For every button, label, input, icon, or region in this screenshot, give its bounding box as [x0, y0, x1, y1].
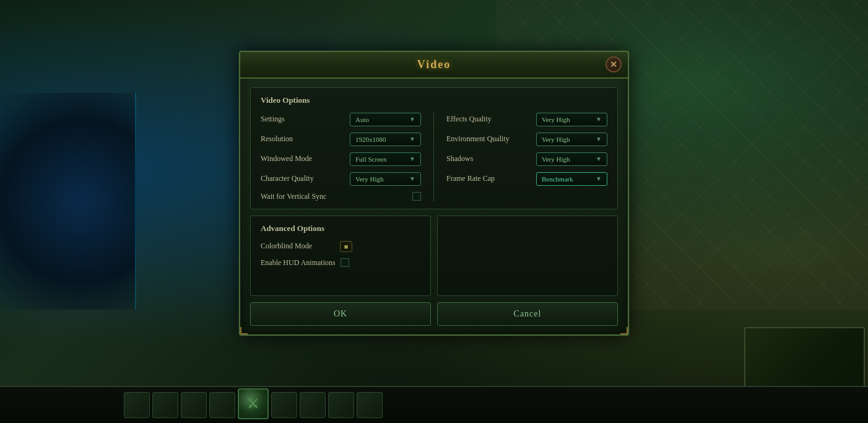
close-button[interactable]: ✕ [605, 56, 622, 72]
dialog-title-bar: Video ✕ [240, 52, 628, 79]
frame-rate-cap-value: Benchmark [542, 175, 573, 183]
vsync-row: Wait for Vertical Sync [261, 192, 421, 201]
hud-slot-8 [357, 392, 383, 418]
advanced-options-title: Advanced Options [261, 224, 420, 233]
colorblind-mode-label: Colorblind Mode [261, 242, 335, 251]
colorblind-mode-dropdown[interactable]: ■ [340, 241, 352, 252]
options-left-column: Settings Auto ▼ Resolution 1920x1080 [261, 113, 434, 201]
settings-dropdown-arrow: ▼ [409, 116, 415, 123]
environment-quality-label: Environment Quality [446, 134, 521, 144]
cancel-button[interactable]: Cancel [437, 302, 618, 326]
settings-label: Settings [261, 115, 335, 124]
character-quality-row: Character Quality Very High ▼ [261, 172, 421, 186]
video-settings-dialog: Video ✕ Video Options Settings Auto [239, 51, 629, 336]
hud-slot-1 [124, 392, 150, 418]
character-quality-dropdown-arrow: ▼ [409, 175, 415, 182]
resolution-dropdown[interactable]: 1920x1080 ▼ [350, 133, 421, 146]
advanced-options-right [437, 216, 618, 296]
hud-slot-2 [152, 392, 178, 418]
windowed-mode-dropdown[interactable]: Full Screen ▼ [350, 152, 421, 166]
hud-slot-6 [300, 392, 326, 418]
effects-quality-dropdown-arrow: ▼ [596, 116, 602, 123]
effects-quality-row: Effects Quality Very High ▼ [446, 113, 607, 126]
windowed-mode-dropdown-arrow: ▼ [409, 155, 415, 162]
settings-row: Settings Auto ▼ [261, 113, 421, 126]
frame-rate-cap-dropdown[interactable]: Benchmark ▼ [536, 172, 607, 186]
character-quality-label: Character Quality [261, 174, 335, 183]
vsync-label: Wait for Vertical Sync [261, 192, 335, 201]
colorblind-icon: ■ [344, 243, 349, 250]
vsync-checkbox[interactable] [412, 192, 421, 201]
windowed-mode-row: Windowed Mode Full Screen ▼ [261, 152, 421, 166]
character-quality-value: Very High [355, 175, 384, 183]
settings-value: Auto [355, 116, 369, 123]
settings-dropdown[interactable]: Auto ▼ [350, 113, 421, 126]
frame-rate-cap-dropdown-arrow: ▼ [596, 175, 602, 182]
options-grid: Settings Auto ▼ Resolution 1920x1080 [261, 113, 607, 201]
resolution-dropdown-arrow: ▼ [409, 136, 415, 142]
windowed-mode-label: Windowed Mode [261, 154, 335, 164]
environment-quality-dropdown-arrow: ▼ [596, 136, 602, 142]
colorblind-mode-row: Colorblind Mode ■ [261, 241, 420, 252]
shadows-label: Shadows [446, 154, 521, 164]
advanced-options-left: Advanced Options Colorblind Mode ■ Enabl… [250, 216, 431, 296]
dialog-overlay: Video ✕ Video Options Settings Auto [0, 0, 868, 423]
hud-slot-4 [209, 392, 235, 418]
hud-animations-label: Enable HUD Animations [261, 258, 336, 268]
hud-slot-7 [328, 392, 354, 418]
resolution-value: 1920x1080 [355, 136, 386, 143]
hud-animations-checkbox[interactable] [341, 258, 349, 267]
button-row: OK Cancel [250, 302, 618, 326]
hud-slot-3 [181, 392, 207, 418]
environment-quality-dropdown[interactable]: Very High ▼ [536, 133, 607, 146]
skill-icon-center[interactable]: ⚔ [238, 388, 269, 419]
effects-quality-value: Very High [542, 116, 570, 123]
dialog-content: Video Options Settings Auto ▼ [240, 79, 628, 334]
hud-slot-5 [271, 392, 297, 418]
hud-animations-row: Enable HUD Animations [261, 258, 420, 268]
frame-rate-cap-label: Frame Rate Cap [446, 174, 521, 183]
windowed-mode-value: Full Screen [355, 155, 386, 163]
dialog-title: Video [417, 58, 451, 71]
effects-quality-dropdown[interactable]: Very High ▼ [536, 113, 607, 126]
options-right-column: Effects Quality Very High ▼ Environment … [434, 113, 607, 201]
advanced-options-grid: Advanced Options Colorblind Mode ■ Enabl… [250, 216, 618, 296]
shadows-dropdown[interactable]: Very High ▼ [536, 152, 607, 166]
frame-rate-cap-row: Frame Rate Cap Benchmark ▼ [446, 172, 607, 186]
shadows-value: Very High [542, 155, 570, 163]
character-quality-dropdown[interactable]: Very High ▼ [350, 172, 421, 186]
hud-bottom-bar: ⚔ [0, 386, 868, 423]
environment-quality-value: Very High [542, 136, 570, 143]
video-options-section: Video Options Settings Auto ▼ [250, 87, 618, 209]
effects-quality-label: Effects Quality [446, 115, 521, 124]
video-options-title: Video Options [261, 95, 607, 105]
shadows-dropdown-arrow: ▼ [596, 155, 602, 162]
resolution-row: Resolution 1920x1080 ▼ [261, 133, 421, 146]
resolution-label: Resolution [261, 134, 335, 144]
environment-quality-row: Environment Quality Very High ▼ [446, 133, 607, 146]
close-icon: ✕ [610, 59, 617, 70]
shadows-row: Shadows Very High ▼ [446, 152, 607, 166]
ok-button[interactable]: OK [250, 302, 431, 326]
